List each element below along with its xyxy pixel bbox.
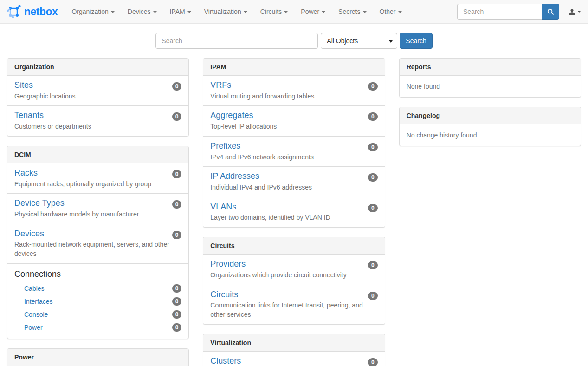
panel-reports: Reports None found [399, 58, 581, 98]
panel-title: Organization [7, 59, 188, 76]
nav-menu-organization[interactable]: Organization [65, 1, 121, 22]
count-badge: 0 [368, 112, 378, 121]
nav-menu-ipam[interactable]: IPAM [163, 1, 198, 22]
racks-link[interactable]: Racks [14, 168, 38, 178]
nav-menu-secrets[interactable]: Secrets [332, 1, 373, 22]
object-type-value: All Objects [327, 37, 358, 45]
list-item-aggregates: 0 Aggregates Top-level IP allocations [203, 105, 384, 136]
navbar-search-input[interactable] [457, 4, 542, 20]
ip-addresses-link[interactable]: IP Addresses [210, 171, 259, 182]
panel-title: DCIM [7, 146, 188, 163]
connections-heading: Connections [14, 269, 181, 279]
nav-menu-virtualization[interactable]: Virtualization [198, 1, 254, 22]
navbar-menus: Organization Devices IPAM Virtualization… [65, 1, 408, 22]
aggregates-link[interactable]: Aggregates [210, 111, 253, 121]
list-item-device-types: 0 Device Types Physical hardware models … [7, 193, 188, 223]
list-item-prefixes: 0 Prefixes IPv4 and IPv6 network assignm… [203, 136, 384, 166]
vrfs-link[interactable]: VRFs [210, 80, 231, 91]
column-right: Reports None found Changelog No change h… [399, 58, 581, 156]
list-item-ip-addresses: 0 IP Addresses Individual IPv4 and IPv6 … [203, 166, 384, 196]
power-link[interactable]: Power [24, 324, 43, 331]
count-badge: 0 [172, 310, 182, 319]
connections-row-interfaces: 0 Interfaces [14, 295, 181, 308]
count-badge: 0 [172, 112, 182, 121]
item-description: Rack-mounted network equipment, servers,… [14, 240, 181, 259]
count-badge: 0 [172, 284, 182, 293]
panel-title: Circuits [203, 237, 384, 255]
interfaces-link[interactable]: Interfaces [24, 298, 52, 305]
panel-title: Changelog [400, 107, 581, 124]
count-badge: 0 [368, 173, 378, 182]
search-button[interactable]: Search [400, 33, 432, 49]
search-input[interactable] [155, 33, 318, 49]
clusters-link[interactable]: Clusters [210, 356, 241, 366]
sites-link[interactable]: Sites [14, 80, 33, 91]
object-type-select[interactable]: All Objects [321, 33, 397, 49]
nav-menu-other[interactable]: Other [373, 1, 408, 22]
prefixes-link[interactable]: Prefixes [210, 141, 240, 151]
item-description: Customers or departments [14, 122, 181, 131]
panel-organization: Organization 0 Sites Geographic location… [7, 58, 189, 137]
console-link[interactable]: Console [24, 311, 48, 318]
chevron-down-icon [153, 11, 157, 13]
item-description: IPv4 and IPv6 network assignments [210, 153, 377, 162]
quick-search-bar: All Objects Search [0, 33, 588, 49]
column-left: Organization 0 Sites Geographic location… [7, 58, 189, 366]
count-badge: 0 [172, 323, 182, 332]
list-item-circuits: 0 Circuits Communication links for Inter… [203, 285, 384, 324]
top-navbar: netbox Organization Devices IPAM Virtual… [0, 0, 588, 24]
panel-dcim: DCIM 0 Racks Equipment racks, optionally… [7, 146, 189, 339]
count-badge: 0 [172, 231, 182, 239]
chevron-down-icon [389, 40, 393, 43]
connections-row-power: 0 Power [14, 321, 181, 334]
list-item-vlans: 0 VLANs Layer two domains, identified by… [203, 197, 384, 227]
circuits-link[interactable]: Circuits [210, 290, 238, 300]
vlans-link[interactable]: VLANs [210, 202, 236, 212]
netbox-logo-icon [7, 5, 21, 19]
connections-group: Connections 0 Cables 0 Interfaces 0 Cons… [7, 263, 188, 339]
count-badge: 0 [172, 170, 182, 178]
item-description: Layer two domains, identified by VLAN ID [210, 213, 377, 222]
panel-virtualization: Virtualization 0 Clusters [203, 334, 385, 366]
dashboard-grid: Organization 0 Sites Geographic location… [0, 58, 588, 366]
nav-menu-power[interactable]: Power [294, 1, 332, 22]
list-item-tenants: 0 Tenants Customers or departments [7, 105, 188, 136]
panel-changelog: Changelog No change history found [399, 107, 581, 146]
device-types-link[interactable]: Device Types [14, 198, 65, 209]
navbar-search-form [457, 4, 559, 20]
list-item-vrfs: 0 VRFs Virtual routing and forwarding ta… [203, 76, 384, 105]
netbox-brand[interactable]: netbox [7, 5, 58, 19]
providers-link[interactable]: Providers [210, 259, 246, 269]
chevron-down-icon [187, 11, 191, 13]
panel-circuits: Circuits 0 Providers Organizations which… [203, 237, 385, 325]
count-badge: 0 [368, 143, 378, 151]
item-description: Individual IPv4 and IPv6 addresses [210, 183, 377, 192]
tenants-link[interactable]: Tenants [14, 111, 44, 121]
item-description: Geographic locations [14, 92, 181, 101]
chevron-down-icon [111, 11, 115, 13]
count-badge: 0 [172, 82, 182, 91]
nav-menu-devices[interactable]: Devices [121, 1, 163, 22]
panel-title: IPAM [203, 59, 384, 76]
navbar-search-button[interactable] [542, 4, 559, 20]
chevron-down-icon [363, 11, 367, 13]
item-description: Equipment racks, optionally organized by… [14, 180, 181, 189]
reports-empty-message: None found [400, 76, 581, 97]
nav-menu-circuits[interactable]: Circuits [254, 1, 295, 22]
count-badge: 0 [172, 297, 182, 306]
list-item-racks: 0 Racks Equipment racks, optionally orga… [7, 163, 188, 193]
panel-power: Power [7, 348, 189, 366]
select-divider [395, 35, 395, 47]
devices-link[interactable]: Devices [14, 229, 44, 239]
panel-title: Reports [400, 59, 581, 76]
cables-link[interactable]: Cables [24, 285, 45, 292]
user-menu[interactable] [569, 8, 581, 15]
brand-title: netbox [24, 6, 58, 18]
item-description: Top-level IP allocations [210, 122, 377, 131]
changelog-empty-message: No change history found [400, 124, 581, 146]
list-item-sites: 0 Sites Geographic locations [7, 76, 188, 105]
item-description: Physical hardware models by manufacturer [14, 210, 181, 219]
panel-ipam: IPAM 0 VRFs Virtual routing and forwardi… [203, 58, 385, 228]
count-badge: 0 [368, 358, 378, 366]
list-item-clusters: 0 Clusters [203, 352, 384, 366]
